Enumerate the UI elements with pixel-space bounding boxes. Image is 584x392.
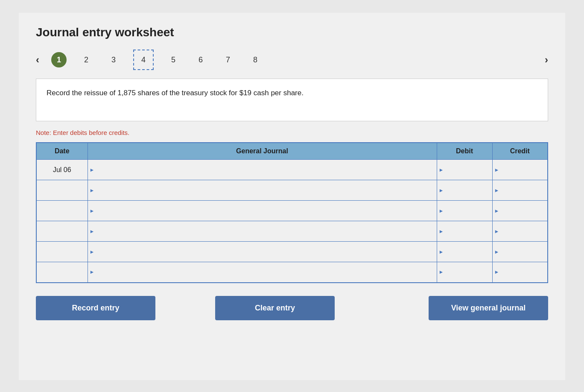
input-journal-2[interactable] — [88, 180, 437, 200]
table-row: Jul 06 ► ► ► — [36, 160, 548, 180]
input-credit-2[interactable] — [493, 180, 548, 200]
col-header-date: Date — [36, 143, 88, 160]
input-journal-6[interactable] — [88, 262, 437, 282]
input-debit-6[interactable] — [437, 262, 492, 282]
page-5[interactable]: 5 — [166, 56, 181, 64]
input-debit-4[interactable] — [437, 221, 492, 241]
cell-journal-1[interactable]: ► — [88, 160, 437, 180]
page-1[interactable]: 1 — [51, 52, 67, 67]
page-2[interactable]: 2 — [79, 56, 94, 64]
input-journal-3[interactable] — [88, 201, 437, 221]
input-debit-1[interactable] — [437, 160, 492, 180]
cell-date-2 — [36, 180, 88, 201]
col-header-credit: Credit — [492, 143, 548, 160]
col-header-journal: General Journal — [88, 143, 437, 160]
cell-debit-5[interactable]: ► — [437, 242, 492, 262]
cell-journal-2[interactable]: ► — [88, 180, 437, 201]
input-debit-2[interactable] — [437, 180, 492, 200]
page-6[interactable]: 6 — [193, 56, 208, 64]
page-3[interactable]: 3 — [106, 56, 121, 64]
cell-journal-5[interactable]: ► — [88, 242, 437, 262]
table-row: ► ► ► — [36, 262, 548, 283]
cell-debit-1[interactable]: ► — [437, 160, 492, 180]
page-4[interactable]: 4 — [133, 50, 154, 70]
instruction-box: Record the reissue of 1,875 shares of th… — [36, 79, 548, 121]
input-debit-5[interactable] — [437, 242, 492, 262]
cell-journal-6[interactable]: ► — [88, 262, 437, 283]
cell-journal-3[interactable]: ► — [88, 201, 437, 221]
cell-date-1: Jul 06 — [36, 160, 88, 180]
cell-debit-2[interactable]: ► — [437, 180, 492, 201]
input-credit-6[interactable] — [493, 262, 548, 282]
cell-journal-4[interactable]: ► — [88, 221, 437, 242]
cell-credit-4[interactable]: ► — [492, 221, 548, 242]
journal-table: Date General Journal Debit Credit Jul 06… — [36, 142, 548, 283]
input-journal-1[interactable] — [88, 160, 437, 180]
main-container: Journal entry worksheet ‹ 1 2 3 4 5 6 7 … — [19, 13, 565, 380]
cell-credit-6[interactable]: ► — [492, 262, 548, 283]
cell-debit-3[interactable]: ► — [437, 201, 492, 221]
cell-credit-2[interactable]: ► — [492, 180, 548, 201]
record-entry-button[interactable]: Record entry — [36, 296, 155, 320]
input-credit-3[interactable] — [493, 201, 548, 221]
clear-entry-button[interactable]: Clear entry — [215, 296, 335, 320]
pagination: ‹ 1 2 3 4 5 6 7 8 › — [36, 50, 548, 70]
cell-date-6 — [36, 262, 88, 283]
cell-credit-1[interactable]: ► — [492, 160, 548, 180]
table-row: ► ► ► — [36, 201, 548, 221]
cell-date-4 — [36, 221, 88, 242]
col-header-debit: Debit — [437, 143, 492, 160]
input-credit-5[interactable] — [493, 242, 548, 262]
input-journal-5[interactable] — [88, 242, 437, 262]
view-general-journal-button[interactable]: View general journal — [429, 296, 548, 320]
buttons-row: Record entry Clear entry View general jo… — [36, 296, 548, 320]
input-credit-1[interactable] — [493, 160, 548, 180]
table-row: ► ► ► — [36, 180, 548, 201]
instruction-text: Record the reissue of 1,875 shares of th… — [47, 89, 304, 97]
cell-credit-5[interactable]: ► — [492, 242, 548, 262]
cell-date-5 — [36, 242, 88, 262]
page-title: Journal entry worksheet — [36, 26, 548, 39]
next-arrow[interactable]: › — [545, 54, 548, 66]
page-8[interactable]: 8 — [248, 56, 263, 64]
prev-arrow[interactable]: ‹ — [36, 54, 39, 66]
input-journal-4[interactable] — [88, 221, 437, 241]
note-text: Note: Enter debits before credits. — [36, 129, 548, 136]
page-7[interactable]: 7 — [220, 56, 236, 64]
cell-debit-6[interactable]: ► — [437, 262, 492, 283]
cell-credit-3[interactable]: ► — [492, 201, 548, 221]
cell-date-3 — [36, 201, 88, 221]
table-row: ► ► ► — [36, 242, 548, 262]
cell-debit-4[interactable]: ► — [437, 221, 492, 242]
table-row: ► ► ► — [36, 221, 548, 242]
input-credit-4[interactable] — [493, 221, 548, 241]
input-debit-3[interactable] — [437, 201, 492, 221]
